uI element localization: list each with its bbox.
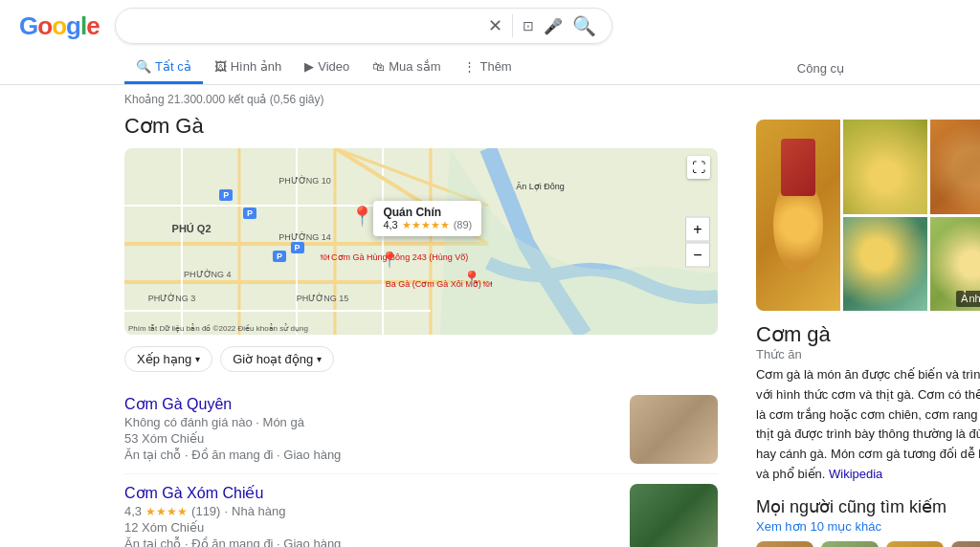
tab-images-label: Hình ảnh: [231, 59, 282, 74]
search-tab-icon: 🔍: [136, 59, 151, 74]
food-image-3[interactable]: [930, 120, 980, 214]
google-logo: Google: [19, 11, 100, 41]
restaurant-1-name[interactable]: Cơm Gà Quyên: [124, 395, 620, 413]
map-popup[interactable]: Quán Chín 4,3 ★★★★★ (89): [373, 201, 481, 236]
map-container[interactable]: PHÚ Q2 PHƯỜNG 10 PHƯỜNG 14 PHƯỜNG 4 PHƯỜ…: [124, 148, 718, 335]
search-bar: cơm gà ✕ ⊡ 🎤 🔍: [115, 8, 612, 44]
blue-pin-4: P: [291, 242, 304, 253]
restaurant-2-thumb[interactable]: [630, 484, 718, 547]
also-item-3[interactable]: [886, 541, 944, 547]
tab-more[interactable]: ⋮ Thêm: [452, 52, 523, 84]
tab-all[interactable]: 🔍 Tất cả: [124, 52, 203, 84]
nav-tabs: 🔍 Tất cả 🖼 Hình ảnh ▶ Video 🛍 Mua sắm ⋮ …: [0, 52, 980, 85]
main-content: Khoảng 21.300.000 kết quả (0,56 giây) Cơ…: [0, 85, 980, 547]
header: Google cơm gà ✕ ⊡ 🎤 🔍: [0, 0, 980, 52]
tab-images[interactable]: 🖼 Hình ảnh: [203, 52, 294, 84]
popup-stars: ★★★★★: [402, 219, 450, 231]
map-zoom-controls: + −: [685, 216, 710, 267]
restaurant-item-1: Cơm Gà Quyên Không có đánh giá nào · Món…: [124, 385, 718, 474]
food-image-1-large[interactable]: [756, 120, 840, 311]
restaurant-2-rating-value: 4,3: [124, 504, 142, 518]
tools-button[interactable]: Công cụ: [786, 54, 856, 83]
knowledge-subtitle: Thức ăn: [756, 347, 831, 361]
tab-more-label: Thêm: [479, 59, 511, 74]
search-button[interactable]: 🔍: [572, 14, 596, 37]
restaurant-2-meta: 4,3 ★★★★ (119) · Nhà hàng: [124, 504, 620, 518]
more-photos-overlay[interactable]: Ảnh khác: [956, 291, 980, 307]
filter-row: Xếp hạng ▾ Giờ hoạt động ▾: [124, 346, 718, 372]
food-images-grid[interactable]: Ảnh khác: [756, 120, 980, 311]
popup-reviews: (89): [454, 219, 473, 230]
food-image-4[interactable]: [843, 217, 927, 312]
tab-shopping[interactable]: 🛍 Mua sắm: [361, 52, 452, 84]
map-footer: Phím tắt Dữ liệu bản đồ ©2022 Điều khoản…: [128, 324, 308, 333]
tab-shopping-label: Mua sắm: [389, 59, 440, 74]
wikipedia-link[interactable]: Wikipedia: [829, 467, 882, 481]
map-svg: [124, 148, 718, 335]
also-search-section: Mọi người cũng tìm kiếm Xem hơn 10 mục k…: [756, 496, 980, 547]
also-search-title: Mọi người cũng tìm kiếm: [756, 496, 980, 517]
blue-pin-2: P: [243, 208, 256, 219]
restaurant-1-address: 53 Xóm Chiếu: [124, 431, 620, 446]
shopping-tab-icon: 🛍: [372, 59, 385, 74]
hours-arrow-icon: ▾: [317, 354, 322, 364]
zoom-out-button[interactable]: −: [685, 242, 710, 267]
restaurant-2-type: Nhà hàng: [232, 504, 285, 518]
sort-filter-button[interactable]: Xếp hạng ▾: [124, 346, 212, 372]
hours-filter-label: Giờ hoạt động: [233, 352, 313, 366]
also-search-more-link[interactable]: Xem hơn 10 mục khác: [756, 519, 980, 534]
knowledge-desc-text: Cơm gà là món ăn được chế biến và trình …: [756, 367, 980, 481]
clear-icon[interactable]: ✕: [488, 15, 502, 36]
hours-filter-button[interactable]: Giờ hoạt động ▾: [220, 346, 334, 372]
results-count: Khoảng 21.300.000 kết quả (0,56 giây): [124, 93, 718, 106]
tab-video-label: Video: [318, 59, 349, 74]
restaurant-2-count: (119): [191, 504, 220, 518]
tab-video[interactable]: ▶ Video: [293, 52, 361, 84]
food-image-2[interactable]: [843, 120, 927, 214]
knowledge-panel-header: Cơm gà Thức ăn ⤴: [756, 322, 980, 361]
restaurant-item-2: Cơm Gà Xóm Chiếu 4,3 ★★★★ (119) · Nhà hà…: [124, 474, 718, 547]
restaurant-2-info: Cơm Gà Xóm Chiếu 4,3 ★★★★ (119) · Nhà hà…: [124, 484, 620, 547]
section-title: Cơm Gà: [124, 114, 718, 139]
zoom-in-button[interactable]: +: [685, 216, 710, 241]
red-pin-2: 📍: [380, 251, 399, 269]
knowledge-description: Cơm gà là món ăn được chế biến và trình …: [756, 365, 980, 485]
sort-arrow-icon: ▾: [195, 354, 200, 364]
tab-all-label: Tất cả: [155, 59, 191, 74]
red-pin-main: 📍: [350, 205, 374, 228]
also-item-2[interactable]: [821, 541, 879, 547]
left-panel: Khoảng 21.300.000 kết quả (0,56 giây) Cơ…: [124, 93, 718, 547]
restaurant-1-thumb[interactable]: [630, 395, 718, 464]
popup-title: Quán Chín: [383, 206, 472, 219]
more-tab-icon: ⋮: [463, 59, 476, 74]
image-search-icon[interactable]: ⊡: [523, 18, 534, 33]
video-tab-icon: ▶: [304, 59, 314, 74]
restaurant-2-dot: ·: [224, 504, 228, 518]
restaurant-2-stars: ★★★★: [145, 505, 188, 518]
food-image-5[interactable]: Ảnh khác: [930, 217, 980, 312]
red-pin-3: 📍: [462, 270, 481, 288]
restaurant-2-actions: Ăn tại chỗ · Đồ ăn mang đi · Giao hàng: [124, 536, 620, 547]
right-panel: Ảnh khác Cơm gà Thức ăn ⤴ Cơm gà là món …: [756, 93, 980, 547]
also-item-4[interactable]: [951, 541, 980, 547]
popup-rating-value: 4,3: [383, 219, 397, 230]
restaurant-1-actions: Ăn tại chỗ · Đồ ăn mang đi · Giao hàng: [124, 448, 620, 462]
blue-pin-3: P: [273, 251, 286, 262]
restaurant-2-address: 12 Xóm Chiếu: [124, 520, 620, 535]
restaurant-1-rating: Không có đánh giá nào · Món gà: [124, 415, 620, 429]
also-search-grid: [756, 541, 980, 547]
divider: [512, 14, 513, 37]
blue-pin-1: P: [219, 189, 233, 201]
mic-icon[interactable]: 🎤: [544, 17, 563, 35]
knowledge-title: Cơm gà: [756, 322, 831, 347]
images-tab-icon: 🖼: [214, 59, 227, 74]
sort-filter-label: Xếp hạng: [137, 352, 191, 366]
popup-rating: 4,3 ★★★★★ (89): [383, 219, 472, 231]
also-item-1[interactable]: [756, 541, 813, 547]
restaurant-2-name[interactable]: Cơm Gà Xóm Chiếu: [124, 484, 620, 502]
search-input[interactable]: cơm gà: [131, 17, 479, 34]
restaurant-1-info: Cơm Gà Quyên Không có đánh giá nào · Món…: [124, 395, 620, 464]
map-expand-button[interactable]: ⛶: [687, 156, 710, 179]
